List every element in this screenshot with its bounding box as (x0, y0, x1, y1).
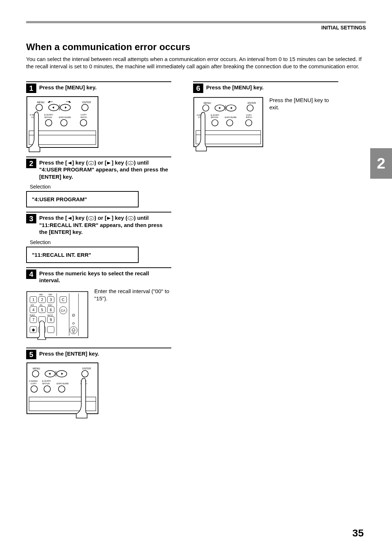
svg-text:JKL: JKL (40, 304, 43, 306)
svg-text:6: 6 (50, 308, 52, 312)
svg-text:7: 7 (32, 318, 34, 322)
chapter-tab: 2 (370, 148, 392, 179)
down-chevron-ellipse-icon (88, 161, 94, 165)
svg-text:COPY: COPY (246, 114, 252, 116)
svg-text:1: 1 (32, 298, 34, 302)
up-chevron-ellipse-icon (127, 216, 134, 220)
svg-point-10 (128, 161, 134, 165)
page-number: 35 (352, 527, 364, 539)
svg-point-12 (128, 216, 134, 220)
esort-label-b: SP.FUN (44, 116, 52, 118)
control-panel-menu-press: MENU ENTER 2-SIDED COPY (26, 96, 99, 152)
copy-label-a: COPY (81, 114, 87, 116)
left-solid-arrow-icon (67, 161, 72, 165)
svg-text:COPY: COPY (30, 382, 37, 385)
step-6-text: Press the [MENU] key. (206, 84, 264, 91)
svg-text:E-SORT/: E-SORT/ (211, 114, 219, 116)
svg-text:WXYZ: WXYZ (47, 314, 53, 316)
svg-text:MENU: MENU (204, 101, 211, 104)
step-4-head: 4 Press the numeric keys to select the r… (26, 267, 171, 284)
right-solid-arrow-icon (106, 216, 111, 220)
svg-text:ABC: ABC (39, 293, 43, 295)
svg-text:E-SORT/: E-SORT/ (42, 380, 51, 382)
step-6-num: 6 (193, 84, 203, 93)
svg-text:RATIO: RATIO (246, 116, 252, 118)
step-2-display: "4:USER PROGRAM" (26, 191, 139, 207)
right-column: 6 Press the [MENU] key. MENU ENTER 2-SID… (193, 77, 338, 418)
step-3-selection-label: Selection (30, 239, 171, 245)
step-1-num: 1 (26, 84, 36, 93)
svg-text:2: 2 (41, 298, 43, 302)
numeric-keypad: ABC DEF 1 2 3 GHI JKL MNO 4 5 6 PQRS WXY… (26, 287, 89, 343)
svg-point-11 (88, 216, 94, 220)
step-1-text: Press the [MENU] key. (39, 84, 97, 91)
control-panel-menu-exit: MENU ENTER 2-SIDED COPY E-SORT/ SP.FUN E… (193, 96, 264, 152)
svg-text:9: 9 (50, 318, 52, 322)
svg-text:4: 4 (32, 308, 34, 312)
svg-point-9 (88, 161, 94, 165)
esort-label-a: E-SORT/ (44, 114, 53, 116)
svg-text:SP.FUN: SP.FUN (42, 382, 50, 385)
svg-text:✱: ✱ (32, 327, 35, 332)
down-chevron-ellipse-icon (88, 216, 94, 220)
svg-rect-13 (27, 291, 88, 337)
enter-label: ENTER (82, 101, 91, 104)
step-3-head: 3 Press the [] key () or [] key () until… (26, 212, 171, 236)
svg-text:3: 3 (50, 298, 52, 302)
exposure-label: EXPOSURE (59, 116, 71, 118)
svg-text:MENU: MENU (33, 367, 40, 370)
step-5-head: 5 Press the [ENTER] key. (26, 348, 171, 359)
step-4-note: Enter the recall interval ("00" to "15")… (94, 288, 171, 303)
step-2-selection-label: Selection (30, 184, 171, 190)
up-chevron-ellipse-icon (127, 161, 134, 165)
svg-text:CA: CA (61, 308, 66, 312)
svg-text:EXPOSURE: EXPOSURE (57, 382, 69, 385)
svg-text:PQRS: PQRS (29, 314, 35, 316)
step-5-num: 5 (26, 350, 36, 359)
step-3-display: "11:RECALL INT. ERR" (26, 247, 139, 263)
step-1-head: 1 Press the [MENU] key. (26, 81, 171, 93)
svg-text:ENTER: ENTER (82, 367, 91, 370)
step-2-text: Press the [] key () or [] key () until "… (39, 159, 171, 181)
step-2-head: 2 Press the [] key () or [] key () until… (26, 157, 171, 181)
step-4-text: Press the numeric keys to select the rec… (39, 270, 171, 284)
step-3-num: 3 (26, 214, 36, 223)
step-6-note: Press the [MENU] key to exit. (269, 97, 338, 112)
svg-text:MNO: MNO (48, 304, 52, 306)
svg-text:EXPOSURE: EXPOSURE (225, 116, 236, 118)
step-6-head: 6 Press the [MENU] key. (193, 81, 338, 93)
step-2-num: 2 (26, 159, 36, 168)
svg-text:DEF: DEF (49, 293, 52, 295)
step-3-text: Press the [] key () or [] key () until "… (39, 214, 171, 236)
step-5-text: Press the [ENTER] key. (39, 350, 99, 357)
svg-text:ENTER: ENTER (248, 101, 256, 104)
menu-label: MENU (37, 101, 45, 104)
svg-text:2-SIDED: 2-SIDED (29, 380, 38, 382)
left-solid-arrow-icon (67, 216, 72, 220)
right-solid-arrow-icon (106, 161, 111, 165)
copy-label-b: RATIO (81, 116, 87, 118)
svg-text:GHI: GHI (30, 304, 34, 306)
svg-text:SP.FUN: SP.FUN (211, 116, 218, 118)
header-divider (26, 21, 366, 23)
header-label: INITIAL SETTINGS (26, 25, 366, 31)
svg-text:C: C (62, 298, 65, 302)
control-panel-enter-press: MENU ENTER 2-SIDED COPY E-SORT/ SP.FUN E… (26, 362, 99, 418)
left-column: 1 Press the [MENU] key. MENU ENTER (26, 77, 171, 418)
section-title: When a communication error occurs (26, 41, 366, 53)
svg-text:5: 5 (41, 308, 43, 312)
intro-paragraph: You can select the interval between reca… (26, 56, 366, 70)
step-4-num: 4 (26, 270, 36, 279)
